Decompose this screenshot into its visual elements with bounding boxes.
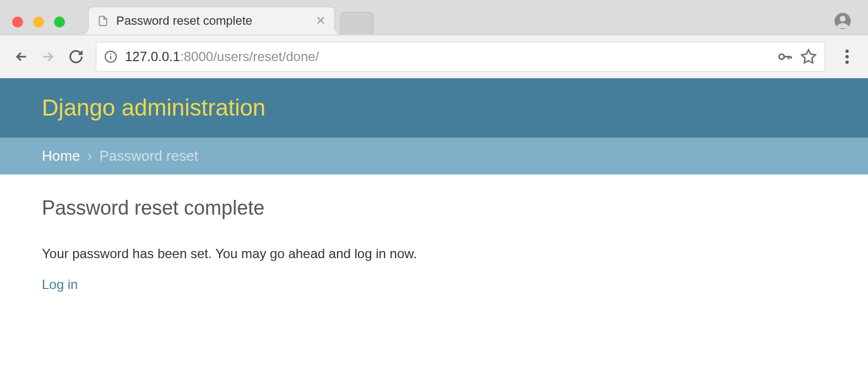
bookmark-star-icon[interactable] xyxy=(800,48,817,65)
site-title: Django administration xyxy=(42,95,826,121)
breadcrumb: Home › Password reset xyxy=(0,138,868,174)
url-text: 127.0.0.1:8000/users/reset/done/ xyxy=(125,49,769,64)
page-heading: Password reset complete xyxy=(42,197,826,220)
svg-point-1 xyxy=(840,16,846,22)
svg-point-14 xyxy=(845,61,849,64)
status-message: Your password has been set. You may go a… xyxy=(42,246,826,261)
site-info-icon[interactable] xyxy=(104,50,117,63)
svg-point-13 xyxy=(845,55,849,58)
browser-tab-active[interactable]: Password reset complete ✕ xyxy=(88,7,335,35)
breadcrumb-current: Password reset xyxy=(100,148,198,164)
login-link[interactable]: Log in xyxy=(42,277,78,292)
arrow-left-icon xyxy=(13,49,29,64)
reload-icon xyxy=(68,49,84,64)
breadcrumb-home-link[interactable]: Home xyxy=(42,148,80,164)
url-path: :8000/users/reset/done/ xyxy=(180,49,319,64)
url-bar[interactable]: 127.0.0.1:8000/users/reset/done/ xyxy=(96,42,825,72)
tab-title: Password reset complete xyxy=(116,14,308,28)
window-controls xyxy=(12,17,65,28)
forward-button[interactable] xyxy=(37,46,59,68)
file-icon xyxy=(97,14,109,28)
svg-point-12 xyxy=(845,50,849,53)
kebab-menu-icon xyxy=(845,49,849,64)
window-minimize-button[interactable] xyxy=(33,17,44,28)
window-maximize-button[interactable] xyxy=(54,17,65,28)
svg-point-6 xyxy=(110,53,111,54)
site-header: Django administration xyxy=(0,78,868,138)
browser-toolbar: 127.0.0.1:8000/users/reset/done/ xyxy=(0,35,868,78)
main-content: Password reset complete Your password ha… xyxy=(0,174,868,314)
back-button[interactable] xyxy=(10,46,32,68)
browser-tab-inactive[interactable] xyxy=(340,12,373,34)
profile-icon[interactable] xyxy=(834,12,851,30)
svg-point-7 xyxy=(779,54,784,59)
arrow-right-icon xyxy=(41,49,56,64)
breadcrumb-separator: › xyxy=(88,148,93,164)
url-host: 127.0.0.1 xyxy=(125,49,180,64)
window-close-button[interactable] xyxy=(12,17,23,28)
reload-button[interactable] xyxy=(65,46,87,68)
tab-close-icon[interactable]: ✕ xyxy=(316,15,326,27)
browser-menu-button[interactable] xyxy=(836,46,858,68)
svg-marker-11 xyxy=(802,50,816,63)
browser-chrome: Password reset complete ✕ xyxy=(0,0,868,78)
key-icon[interactable] xyxy=(777,49,793,64)
